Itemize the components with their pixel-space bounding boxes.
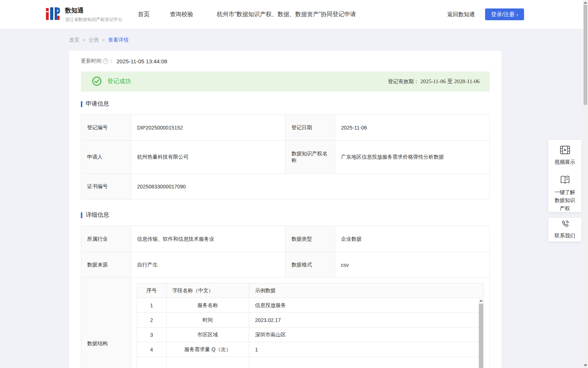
column-header: 示例数据: [249, 283, 484, 298]
update-time-value: 2025-11-05 13:44:08: [116, 58, 167, 64]
brand: 数知通 浙江省数据知识产权登记平台: [46, 6, 122, 23]
column-header: 序号: [137, 283, 166, 298]
table-row: 2 时间 2023.02.17: [137, 313, 484, 328]
contact-us-button[interactable]: 联系我们: [555, 231, 575, 240]
label-cell: 数据格式: [286, 252, 335, 277]
label-cell: 证书编号: [81, 174, 131, 199]
field-name-cell: [166, 357, 249, 368]
table-header-row: 序号 字段名称（中文） 示例数据: [137, 283, 484, 298]
value-cell: 自行产生: [131, 252, 286, 277]
data-structure-table: 序号 字段名称（中文） 示例数据 1 服务名称 信息投放服务 2 时间: [137, 283, 484, 368]
sample-data-cell: 信息投放服务: [249, 298, 484, 313]
breadcrumb-announcement[interactable]: 公告: [89, 37, 99, 43]
label-cell: 所属行业: [81, 226, 131, 252]
nav-item-home[interactable]: 首页: [138, 11, 150, 18]
breadcrumb: 首页 > 公告 > 查看详情: [69, 37, 129, 43]
field-name-cell: 时间: [166, 313, 249, 328]
chevron-right-icon: ›: [516, 12, 518, 17]
seq-cell: 4: [137, 342, 166, 357]
value-cell: 广东地区信息投放服务需求价格弹性分析数据: [335, 141, 490, 174]
sample-data-cell: 2023.02.17: [249, 313, 484, 328]
value-cell: DIP2025000015152: [131, 115, 286, 141]
check-circle-icon: [92, 76, 102, 87]
label-cell: 申请人: [81, 141, 131, 174]
table-row: 所属行业 信息传输、软件和信息技术服务业 数据类型 企业数据: [81, 226, 490, 252]
brand-logo-icon: [46, 6, 60, 23]
sample-data-cell: [249, 357, 484, 368]
section-title-text: 申请信息: [86, 100, 109, 108]
application-info-table: 登记编号 DIP2025000015152 登记日期 2025-11-06 申请…: [81, 114, 490, 199]
scroll-up-arrow-icon[interactable]: [584, 1, 587, 4]
value-cell: 20250833000017090: [131, 174, 490, 199]
phone-icon: [561, 220, 569, 230]
value-cell: 信息传输、软件和信息技术服务业: [131, 226, 286, 252]
video-icon[interactable]: [560, 146, 570, 155]
table-row: 证书编号 20250833000017090: [81, 174, 490, 199]
side-panel-card: 视频展示 一键了解数据知识产权: [548, 140, 581, 212]
nav-item-query-verify[interactable]: 查询校验: [170, 11, 193, 18]
section-accent-bar: [81, 101, 82, 107]
table-row: 4 服务需求量 Q（次） 1: [137, 342, 484, 357]
label-cell: 登记日期: [286, 115, 335, 141]
table-row: 1 服务名称 信息投放服务: [137, 298, 484, 313]
structure-cell: 序号 字段名称（中文） 示例数据 1 服务名称 信息投放服务 2 时间: [131, 277, 490, 368]
label-cell: 数据知识产权名称: [286, 141, 335, 174]
status-text: 登记成功: [107, 78, 131, 85]
structure-table-wrap: 序号 字段名称（中文） 示例数据 1 服务名称 信息投放服务 2 时间: [131, 277, 490, 368]
value-cell: csv: [335, 252, 490, 277]
column-header: 字段名称（中文）: [166, 283, 249, 298]
section-detail-info: 详细信息: [81, 211, 109, 219]
breadcrumb-view-detail[interactable]: 查看详情: [108, 37, 129, 43]
value-cell: 杭州热量科技有限公司: [131, 141, 286, 174]
login-register-button[interactable]: 登录/注册 ›: [485, 8, 524, 20]
table-row: 申请人 杭州热量科技有限公司 数据知识产权名称 广东地区信息投放服务需求价格弹性…: [81, 141, 490, 174]
table-row: 数据来源 自行产生 数据格式 csv: [81, 252, 490, 277]
help-icon[interactable]: ?: [103, 59, 108, 64]
nav-item-hangzhou-registration[interactable]: 杭州市“数据知识产权、数据、数据资产”协同登记申请: [217, 11, 356, 18]
update-time-label: 更新时间: [81, 58, 101, 64]
seq-cell: 2: [137, 313, 166, 328]
label-cell: 数据来源: [81, 252, 131, 277]
breadcrumb-home[interactable]: 首页: [69, 37, 79, 43]
learn-data-ip-button[interactable]: 一键了解数据知识产权: [553, 188, 576, 212]
field-name-cell: 服务名称: [166, 298, 249, 313]
table-row: 数据结构 序号 字段名称（中文） 示例数据 1 服务名称 信息投放服务: [81, 277, 490, 368]
value-cell: 企业数据: [335, 226, 490, 252]
update-time-colon: ：: [109, 58, 114, 64]
book-icon[interactable]: [560, 175, 570, 185]
seq-cell: [137, 357, 166, 368]
table-row: 3 市区区域 深圳市南山区: [137, 328, 484, 342]
breadcrumb-separator: >: [102, 38, 105, 43]
success-banner: 登记成功 登记有效期： 2025-11-06 至 2028-11-06: [81, 71, 490, 92]
detail-info-table: 所属行业 信息传输、软件和信息技术服务业 数据类型 企业数据 数据来源 自行产生…: [81, 226, 490, 368]
detail-card: 更新时间 ? ： 2025-11-05 13:44:08 登记成功 登记有效期：…: [69, 51, 502, 368]
brand-subtitle: 浙江省数据知识产权登记平台: [65, 17, 122, 23]
label-cell: 数据类型: [286, 226, 335, 252]
brand-title: 数知通: [65, 6, 122, 15]
table-row: 登记编号 DIP2025000015152 登记日期 2025-11-06: [81, 115, 490, 141]
seq-cell: 3: [137, 328, 166, 342]
app-header: 数知通 浙江省数据知识产权登记平台 首页 查询校验 杭州市“数据知识产权、数据、…: [0, 0, 588, 29]
scrollbar-thumb[interactable]: [479, 304, 483, 368]
value-cell: 2025-11-06: [335, 115, 490, 141]
validity-period: 登记有效期： 2025-11-06 至 2028-11-06: [388, 78, 480, 85]
field-name-cell: 市区区域: [166, 328, 249, 342]
scroll-up-arrow-icon[interactable]: [479, 300, 483, 302]
main-scrollbar[interactable]: [583, 0, 588, 368]
validity-label: 登记有效期：: [388, 78, 419, 84]
section-application-info: 申请信息: [81, 100, 109, 108]
contact-card[interactable]: 联系我们: [548, 218, 581, 241]
field-name-cell: 服务需求量 Q（次）: [166, 342, 249, 357]
video-demo-button[interactable]: 视频展示: [555, 158, 575, 166]
table-row-partial: [137, 357, 484, 368]
sample-data-cell: 深圳市南山区: [249, 328, 484, 342]
section-accent-bar: [81, 212, 82, 218]
structure-table-scrollbar[interactable]: [478, 298, 484, 368]
login-button-label: 登录/注册: [491, 11, 514, 18]
back-to-shuzhitong-link[interactable]: 返回数知通: [447, 11, 475, 18]
sample-data-cell: 1: [249, 342, 484, 357]
breadcrumb-separator: >: [83, 38, 85, 43]
scroll-down-arrow-icon[interactable]: [584, 364, 587, 367]
seq-cell: 1: [137, 298, 166, 313]
scrollbar-thumb[interactable]: [584, 5, 587, 105]
